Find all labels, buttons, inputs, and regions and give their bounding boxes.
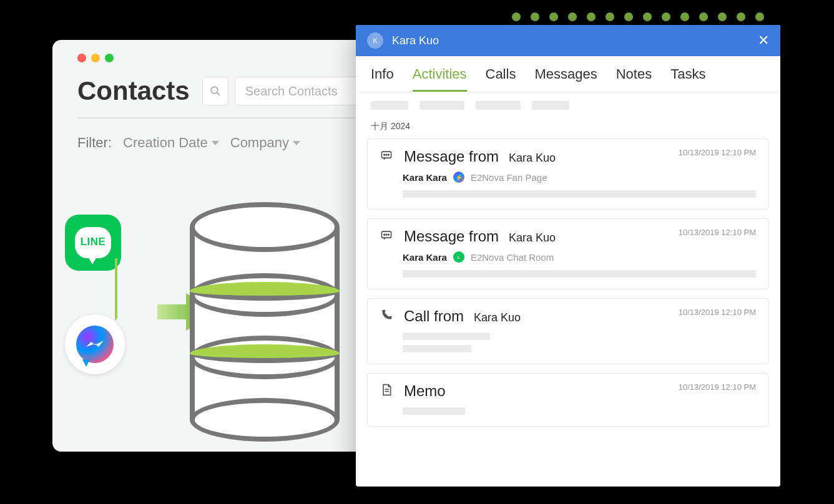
phone-icon — [380, 309, 394, 324]
line-label: LINE — [75, 236, 111, 248]
placeholder-block — [476, 101, 521, 110]
svg-point-9 — [388, 234, 390, 235]
tab-tasks[interactable]: Tasks — [670, 66, 705, 92]
activity-card-message[interactable]: Message from Kara Kuo 10/13/2019 12:10 P… — [367, 218, 769, 289]
activity-sender: Kara Kara — [403, 252, 447, 263]
close-window-dot[interactable] — [77, 54, 86, 62]
placeholder-block — [419, 101, 464, 110]
maximize-window-dot[interactable] — [105, 54, 114, 62]
activity-card-call[interactable]: Call from Kara Kuo 10/13/2019 12:10 PM — [367, 298, 769, 364]
messenger-icon: ⚡ — [453, 172, 464, 183]
minimize-window-dot[interactable] — [91, 54, 100, 62]
modal-title: Kara Kuo — [392, 34, 749, 47]
activity-card-memo[interactable]: Memo 10/13/2019 12:10 PM — [367, 373, 769, 427]
svg-point-5 — [388, 154, 390, 155]
activity-title: Call from — [404, 308, 464, 325]
chevron-down-icon — [212, 141, 219, 145]
activity-timestamp: 10/13/2019 12:10 PM — [679, 382, 756, 392]
month-label: 十月 2024 — [356, 119, 780, 138]
placeholder-block — [403, 345, 471, 352]
memo-icon — [380, 384, 394, 399]
tab-notes[interactable]: Notes — [616, 66, 652, 92]
filter-chip-label: Creation Date — [123, 135, 208, 151]
filter-chip-label: Company — [230, 135, 289, 151]
svg-point-3 — [384, 154, 385, 155]
line-app-icon: LINE — [65, 215, 121, 271]
activity-list: Message from Kara Kuo 10/13/2019 12:10 P… — [356, 138, 780, 439]
avatar: K — [367, 32, 383, 49]
placeholder-block — [403, 270, 756, 278]
filter-company[interactable]: Company — [230, 135, 300, 151]
activity-person: Kara Kuo — [509, 231, 556, 245]
activity-title: Message from — [404, 228, 499, 245]
page-title: Contacts — [77, 76, 190, 106]
filter-label: Filter: — [77, 135, 112, 151]
svg-line-1 — [217, 92, 220, 95]
svg-point-7 — [384, 234, 385, 235]
integration-illustration: LINE — [65, 215, 358, 420]
activity-person: Kara Kuo — [509, 152, 556, 165]
placeholder-block — [403, 407, 465, 415]
placeholder-block — [403, 190, 756, 198]
tab-info[interactable]: Info — [371, 66, 394, 92]
decorative-dots — [512, 12, 764, 21]
activity-timestamp: 10/13/2019 12:10 PM — [679, 148, 756, 157]
activity-sender: Kara Kara — [403, 172, 447, 183]
svg-point-8 — [386, 234, 387, 235]
close-icon[interactable]: ✕ — [758, 32, 769, 49]
database-icon — [190, 202, 340, 402]
chevron-down-icon — [293, 141, 300, 145]
activity-timestamp: 10/13/2019 12:10 PM — [679, 308, 756, 317]
connector-line — [115, 258, 146, 321]
modal-tabs: Info Activities Calls Messages Notes Tas… — [356, 56, 780, 92]
activity-subfilters — [356, 92, 780, 119]
filter-creation-date[interactable]: Creation Date — [123, 135, 219, 151]
tab-activities[interactable]: Activities — [413, 66, 467, 92]
placeholder-block — [532, 101, 569, 110]
tab-messages[interactable]: Messages — [534, 66, 597, 92]
activity-channel-label: E2Nova Chat Room — [471, 252, 554, 263]
contact-detail-modal: K Kara Kuo ✕ Info Activities Calls Messa… — [356, 25, 780, 487]
message-icon — [380, 149, 394, 164]
modal-header: K Kara Kuo ✕ — [356, 25, 780, 56]
svg-point-4 — [386, 154, 387, 155]
tab-calls[interactable]: Calls — [486, 66, 516, 92]
activity-channel-label: E2Nova Fan Page — [471, 172, 547, 183]
activity-card-message[interactable]: Message from Kara Kuo 10/13/2019 12:10 P… — [367, 138, 769, 210]
activity-person: Kara Kuo — [474, 311, 521, 324]
line-icon: L — [453, 251, 464, 263]
activity-timestamp: 10/13/2019 12:10 PM — [679, 228, 756, 237]
activity-title: Memo — [404, 382, 446, 400]
activity-title: Message from — [404, 148, 499, 165]
placeholder-block — [403, 332, 490, 340]
svg-point-0 — [211, 87, 218, 94]
messenger-app-icon — [65, 314, 125, 374]
search-icon[interactable] — [202, 77, 228, 105]
placeholder-block — [371, 101, 408, 110]
message-icon — [380, 229, 394, 244]
